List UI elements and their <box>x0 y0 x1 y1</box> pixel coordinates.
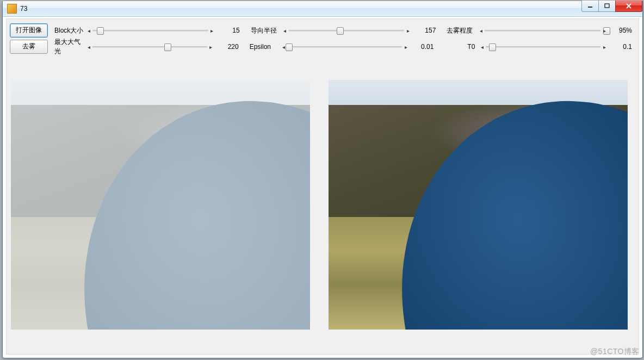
maximize-icon <box>604 3 610 9</box>
arrow-right-icon[interactable]: ▸ <box>208 26 216 35</box>
window-title: 73 <box>20 5 27 13</box>
arrow-left-icon[interactable]: ◂ <box>85 42 92 52</box>
t0-value: 0.1 <box>608 43 635 51</box>
titlebar[interactable]: 73 <box>3 1 642 17</box>
block-size-label: Block大小 <box>54 26 85 35</box>
result-image <box>329 80 628 330</box>
slider-track <box>485 30 600 32</box>
t0-slider[interactable]: ◂ ▸ <box>478 42 608 52</box>
controls-panel: 打开图像 Block大小 ◂ ▸ 15 导向半径 ◂ <box>7 19 639 56</box>
arrow-right-icon[interactable]: ▸ <box>404 26 412 35</box>
client-area: 打开图像 Block大小 ◂ ▸ 15 导向半径 ◂ <box>6 18 639 355</box>
dehaze-level-label: 去雾程度 <box>447 26 477 35</box>
arrow-right-icon[interactable]: ▸ <box>402 42 410 52</box>
guide-radius-slider[interactable]: ◂ ▸ <box>281 26 412 35</box>
arrow-left-icon[interactable]: ◂ <box>85 26 92 35</box>
slider-thumb[interactable] <box>286 44 293 51</box>
epsilon-value: 0.01 <box>410 43 437 51</box>
slider-thumb[interactable] <box>489 44 496 51</box>
controls-row-2: 去雾 最大大气光 ◂ ▸ 220 Epsilon ◂ <box>10 39 635 55</box>
slider-thumb[interactable] <box>97 27 104 35</box>
max-atmos-label: 最大大气光 <box>54 38 85 56</box>
slider-track <box>92 30 208 32</box>
svg-rect-0 <box>588 7 592 8</box>
slider-track <box>288 46 403 48</box>
arrow-left-icon[interactable]: ◂ <box>478 42 486 52</box>
svg-rect-1 <box>605 4 609 8</box>
image-row <box>7 56 639 334</box>
dehaze-level-value: 95% <box>608 27 635 34</box>
guide-radius-label: 导向半径 <box>251 26 281 35</box>
arrow-left-icon[interactable]: ◂ <box>281 26 289 35</box>
t0-label: T0 <box>444 43 478 51</box>
slider-thumb[interactable] <box>337 27 344 35</box>
minimize-button[interactable] <box>581 1 599 12</box>
guide-radius-value: 157 <box>412 27 439 34</box>
maximize-button[interactable] <box>598 1 616 12</box>
close-icon <box>626 3 632 9</box>
dehaze-level-slider[interactable]: ◂ ▸ <box>477 26 608 35</box>
open-image-button[interactable]: 打开图像 <box>10 23 48 38</box>
slider-track <box>486 46 600 48</box>
block-size-slider[interactable]: ◂ ▸ <box>85 26 216 35</box>
watermark: @51CTO博客 <box>590 347 640 357</box>
minimize-icon <box>587 3 593 9</box>
arrow-right-icon[interactable]: ▸ <box>600 42 608 52</box>
app-icon <box>7 4 17 14</box>
arrow-right-icon[interactable]: ▸ <box>600 26 608 35</box>
slider-track <box>92 46 207 48</box>
max-atmos-value: 220 <box>215 43 242 51</box>
epsilon-slider[interactable]: ◂ ▸ <box>280 42 410 52</box>
close-button[interactable] <box>615 1 642 12</box>
slider-track <box>289 30 405 32</box>
epsilon-label: Epsilon <box>250 43 280 51</box>
arrow-right-icon[interactable]: ▸ <box>207 42 215 52</box>
window-buttons <box>582 1 642 11</box>
controls-row-1: 打开图像 Block大小 ◂ ▸ 15 导向半径 ◂ <box>10 22 635 39</box>
slider-thumb[interactable] <box>164 44 171 51</box>
block-size-value: 15 <box>216 27 243 34</box>
source-image <box>11 80 310 330</box>
max-atmos-slider[interactable]: ◂ ▸ <box>85 42 215 52</box>
app-window: 73 打开图像 Block大小 ◂ <box>2 1 643 358</box>
dehaze-button[interactable]: 去雾 <box>10 40 48 54</box>
arrow-left-icon[interactable]: ◂ <box>477 26 485 35</box>
